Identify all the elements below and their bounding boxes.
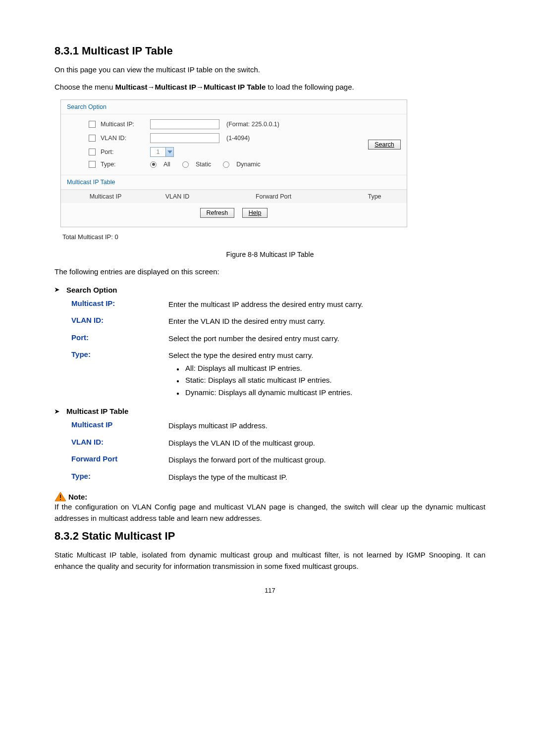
- multicast-ip-format-hint: (Format: 225.0.0.1): [226, 121, 279, 128]
- def2-vlan-term: VLAN ID:: [54, 438, 168, 449]
- multicast-ip-input[interactable]: [150, 119, 219, 129]
- chevron-down-icon: [165, 148, 173, 156]
- svg-rect-1: [60, 499, 61, 500]
- type-radio-static[interactable]: [182, 161, 189, 168]
- menu-bold: Multicast→Multicast IP→Multicast IP Tabl…: [115, 83, 266, 91]
- vlan-id-checkbox[interactable]: [89, 135, 96, 142]
- type-radio-all[interactable]: [150, 161, 157, 168]
- row-multicast-ip: Multicast IP: (Format: 225.0.0.1): [61, 117, 362, 131]
- section2-body: Static Multicast IP table, isolated from…: [54, 550, 485, 572]
- note-label: Note:: [68, 493, 87, 501]
- section-8-3-1-title: 8.3.1 Multicast IP Table: [54, 45, 485, 57]
- def1-vlan-term: VLAN ID:: [54, 316, 168, 327]
- def1-type-def-text: Select the type the desired entry must c…: [168, 351, 313, 359]
- def2-mcast-term: Multicast IP: [54, 420, 168, 432]
- row-vlan-id: VLAN ID: (1-4094): [61, 131, 362, 145]
- type-all-label: All: [163, 161, 170, 168]
- col-type: Type: [342, 190, 407, 203]
- arrow-icon: ➤: [54, 408, 59, 415]
- multicast-ip-page-panel: Search Option Multicast IP: (Format: 225…: [60, 100, 407, 227]
- col-multicast-ip: Multicast IP: [61, 190, 150, 203]
- vlan-id-label: VLAN ID:: [101, 135, 145, 142]
- arrow-icon: ➤: [54, 286, 59, 293]
- def1-vlan-def: Enter the VLAN ID the desired entry must…: [168, 316, 485, 327]
- def1-port-def: Select the port number the desired entry…: [168, 333, 485, 345]
- col-forward-port: Forward Port: [205, 190, 342, 203]
- type-radio-dynamic[interactable]: [223, 161, 229, 168]
- def2-type-def: Displays the type of the multicast IP.: [168, 472, 485, 483]
- svg-rect-0: [60, 495, 61, 498]
- menu-pre: Choose the menu: [54, 83, 115, 91]
- def1-type-def: Select the type the desired entry must c…: [168, 350, 485, 399]
- search-option-heading-text: Search Option: [66, 286, 117, 294]
- type-label: Type:: [101, 161, 145, 168]
- multicast-ip-table-header: Multicast IP Table: [61, 175, 407, 190]
- section1-intro: On this page you can view the multicast …: [54, 64, 485, 76]
- figure-caption: Figure 8-8 Multicast IP Table: [54, 251, 485, 258]
- refresh-button[interactable]: Refresh: [200, 208, 235, 218]
- menu-post: to load the following page.: [266, 83, 354, 91]
- port-checkbox[interactable]: [89, 149, 96, 155]
- table-columns: Multicast IP VLAN ID Forward Port Type: [61, 190, 407, 203]
- multicast-ip-table-heading: ➤ Multicast IP Table: [54, 407, 485, 415]
- row-type: Type: All Static Dynamic: [61, 159, 362, 170]
- def1-type-bullet-dynamic: Dynamic: Displays all dynamic multicast …: [176, 387, 485, 399]
- type-checkbox[interactable]: [89, 161, 96, 168]
- def2-vlan-def: Displays the VLAN ID of the multicast gr…: [168, 438, 485, 449]
- def2-type-term: Type:: [54, 472, 168, 483]
- multicast-ip-checkbox[interactable]: [89, 121, 96, 128]
- note-header: Note:: [54, 492, 485, 502]
- def1-port-term: Port:: [54, 333, 168, 345]
- col-vlan-id: VLAN ID: [150, 190, 205, 203]
- help-button[interactable]: Help: [242, 208, 268, 218]
- note-body: If the configuration on VLAN Config page…: [54, 502, 485, 524]
- menu-path-line: Choose the menu Multicast→Multicast IP→M…: [54, 82, 485, 93]
- warning-icon: [54, 492, 66, 502]
- search-option-header: Search Option: [61, 100, 407, 114]
- row-port: Port: 1: [61, 145, 362, 159]
- type-dynamic-label: Dynamic: [236, 161, 261, 168]
- entries-intro: The following entries are displayed on t…: [54, 266, 485, 278]
- def2-fwd-def: Displays the forward port of the multica…: [168, 454, 485, 466]
- def1-type-bullet-static: Static: Displays all static multicast IP…: [176, 375, 485, 386]
- port-select[interactable]: 1: [150, 147, 174, 157]
- def1-mcast-def: Enter the multicast IP address the desir…: [168, 299, 485, 310]
- multicast-ip-table-heading-text: Multicast IP Table: [66, 407, 128, 415]
- port-label: Port:: [101, 149, 145, 155]
- def1-mcast-term: Multicast IP:: [54, 299, 168, 310]
- section-8-3-2-title: 8.3.2 Static Multicast IP: [54, 530, 485, 543]
- def1-type-term: Type:: [54, 350, 168, 399]
- def1-type-bullet-all: All: Displays all multicast IP entries.: [176, 363, 485, 374]
- port-select-value: 1: [151, 149, 165, 155]
- total-multicast-ip: Total Multicast IP: 0: [62, 233, 485, 241]
- page-number: 117: [54, 587, 485, 594]
- vlan-id-input[interactable]: [150, 133, 219, 143]
- type-static-label: Static: [196, 161, 211, 168]
- multicast-ip-label: Multicast IP:: [101, 121, 145, 128]
- def2-fwd-term: Forward Port: [54, 454, 168, 466]
- def2-mcast-def: Displays multicast IP address.: [168, 420, 485, 432]
- search-button[interactable]: Search: [368, 140, 401, 150]
- vlan-id-range-hint: (1-4094): [226, 135, 250, 142]
- search-option-heading: ➤ Search Option: [54, 286, 485, 294]
